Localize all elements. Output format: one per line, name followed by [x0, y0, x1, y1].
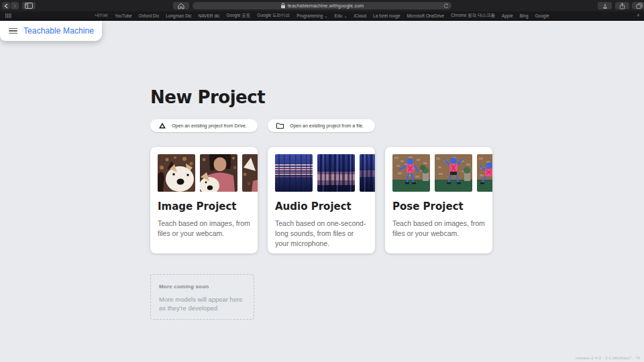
pose-project-title: Pose Project: [392, 200, 485, 213]
app-title: Teachable Machine: [23, 26, 94, 36]
add-bookmark-icon[interactable]: +: [637, 11, 640, 20]
app-header: Teachable Machine: [0, 21, 102, 41]
pose-project-thumbnails: [392, 154, 485, 192]
tabs-overview-icon[interactable]: [632, 2, 644, 9]
bookmark-item[interactable]: 네이버: [95, 13, 108, 19]
sidebar-icon[interactable]: [22, 2, 36, 9]
address-bar[interactable]: teachablemachine.withgoogle.com: [193, 2, 451, 9]
teachable-machine-page: Teachable Machine New Project Open an ex…: [0, 21, 644, 362]
image-thumbnail-2: [200, 154, 237, 192]
pose-project-description: Teach based on images, from files or you…: [392, 219, 485, 239]
audio-project-thumbnails: [275, 154, 368, 192]
home-icon[interactable]: [173, 2, 189, 9]
open-from-drive-button[interactable]: Open an existing project from Drive.: [150, 119, 258, 132]
downloads-icon[interactable]: [598, 2, 612, 9]
bookmark-item[interactable]: YouTube: [115, 13, 132, 18]
bookmark-item[interactable]: Chrome 원격 데스크톱: [451, 13, 495, 19]
image-project-thumbnails: [158, 154, 250, 192]
bookmark-item[interactable]: Microsoft OneDrive: [407, 13, 445, 18]
open-from-file-button[interactable]: Open an existing project from a file.: [268, 119, 375, 132]
pose-thumbnail-3: [477, 154, 492, 192]
coming-soon-box: More coming soon More models will appear…: [150, 274, 254, 320]
browser-toolbar: teachablemachine.withgoogle.com: [0, 0, 644, 11]
open-from-file-label: Open an existing project from a file.: [281, 119, 372, 132]
browser-chrome: teachablemachine.withgoogle.com 네이버 YouT…: [0, 0, 644, 21]
bookmark-folder[interactable]: Programming⌄: [297, 13, 327, 19]
bookmark-item[interactable]: Google 포토: [227, 13, 251, 19]
url-text: teachablemachine.withgoogle.com: [288, 3, 364, 8]
audio-project-description: Teach based on one-second-long sounds, f…: [275, 219, 368, 249]
bookmark-item[interactable]: Oxford Dic: [139, 13, 160, 18]
bookmark-item[interactable]: Google: [535, 13, 549, 18]
bookmark-item[interactable]: La foret rouge: [373, 13, 400, 18]
pose-project-card[interactable]: Pose Project Teach based on images, from…: [385, 147, 492, 253]
image-thumbnail-1: [158, 154, 195, 192]
bookmark-folder[interactable]: Edu⌄: [335, 13, 347, 19]
version-label: release-2-4-2 - 2.1.2#d9bbc7 - 79: [576, 356, 640, 360]
pose-thumbnail-2: [435, 154, 472, 192]
bookmark-item[interactable]: Longman Dic: [166, 13, 191, 18]
forward-button[interactable]: [11, 2, 19, 9]
image-thumbnail-3: [242, 154, 258, 192]
page-title: New Project: [150, 87, 265, 107]
bookmark-item[interactable]: Google 드라이브: [257, 13, 290, 19]
coming-soon-body: More models will appear here as they're …: [159, 295, 246, 313]
back-button[interactable]: [2, 2, 10, 9]
bookmark-item[interactable]: NAVER dic: [199, 13, 220, 18]
bookmarks-bar: 네이버 YouTube Oxford Dic Longman Dic NAVER…: [0, 11, 644, 20]
image-project-description: Teach based on images, from files or you…: [158, 219, 250, 239]
open-from-drive-label: Open an existing project from Drive.: [164, 119, 255, 132]
bookmark-item[interactable]: Bing: [520, 13, 529, 18]
open-project-row: Open an existing project from Drive. Ope…: [150, 119, 375, 132]
chevron-down-icon: ⌄: [324, 13, 327, 19]
lock-icon: [280, 3, 286, 9]
share-icon[interactable]: [615, 2, 629, 9]
bookmark-item[interactable]: Apple: [502, 13, 513, 18]
coming-soon-title: More coming soon: [159, 284, 246, 290]
image-project-title: Image Project: [158, 200, 250, 213]
bookmark-item[interactable]: iCloud: [354, 13, 366, 18]
audio-thumbnail-1: [275, 154, 313, 192]
refresh-icon[interactable]: [443, 3, 449, 9]
pose-thumbnail-1: [392, 154, 430, 192]
image-project-card[interactable]: Image Project Teach based on images, fro…: [150, 147, 258, 253]
audio-thumbnail-2: [317, 154, 355, 192]
project-cards: Image Project Teach based on images, fro…: [150, 147, 492, 253]
audio-thumbnail-3: [360, 154, 375, 192]
audio-project-card[interactable]: Audio Project Teach based on one-second-…: [268, 147, 375, 253]
menu-icon[interactable]: [9, 27, 17, 36]
audio-project-title: Audio Project: [275, 200, 368, 213]
tab-group-icon[interactable]: [5, 13, 11, 18]
chevron-down-icon: ⌄: [343, 13, 347, 19]
